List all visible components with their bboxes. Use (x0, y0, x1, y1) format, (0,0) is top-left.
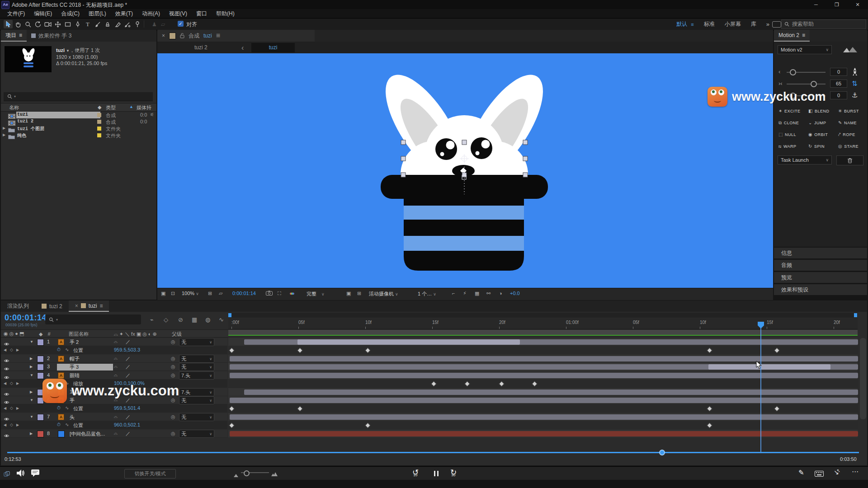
keyframe-nav-next-icon[interactable]: ▶ (16, 381, 19, 385)
shy-switch-icon[interactable]: ⌓ (114, 372, 118, 378)
slider-chevron-icon[interactable]: ›‹ (778, 80, 783, 87)
brush-tool[interactable] (93, 20, 102, 28)
subtab-tuzi2[interactable]: tuzi 2 (194, 44, 208, 51)
motion-slider-thumb[interactable] (790, 69, 796, 75)
rocket-icon[interactable] (852, 68, 858, 79)
property-name[interactable]: 位置 (73, 405, 83, 412)
workspace-menu-icon[interactable]: ≡ (691, 22, 693, 27)
keyframe-icon[interactable] (464, 381, 470, 387)
layer-duration-bar[interactable] (230, 431, 858, 436)
camera-select[interactable]: 活动摄像机 ∨ (369, 291, 398, 297)
layer-label-swatch[interactable] (37, 339, 44, 346)
keyframe-nav-prev-icon[interactable]: ◀ (4, 406, 6, 410)
parent-pickwhip-icon[interactable]: ◎ (171, 372, 175, 378)
tab-close-icon[interactable]: × (75, 303, 78, 309)
channel-icon[interactable]: ●●● (289, 291, 295, 296)
quality-switch-icon[interactable]: ／ (126, 414, 130, 420)
layer-duration-bar[interactable] (230, 373, 858, 378)
link-icon[interactable] (4, 470, 10, 476)
timeline-search-box[interactable]: ▾ (45, 314, 141, 324)
slider-value-field[interactable]: 65 (830, 80, 847, 88)
mountain-icon[interactable] (837, 45, 863, 54)
stopwatch-icon[interactable]: ⏱ (57, 422, 61, 427)
keyframe-nav-prev-icon[interactable]: ◀ (4, 381, 6, 385)
keyframe-nav-set-icon[interactable]: ◇ (10, 347, 13, 352)
eraser-tool[interactable] (113, 20, 122, 28)
keyboard-icon[interactable] (815, 470, 824, 479)
transparency-grid-icon[interactable]: ⊞ (357, 291, 361, 296)
layer-row[interactable]: ▶8[中间色品蓝色...⌓／◎无∨ (1, 430, 867, 438)
panel-menu-icon[interactable]: ≡ (19, 32, 22, 38)
layer-label-swatch[interactable] (37, 414, 44, 421)
layer-name[interactable]: 手 2 (68, 339, 80, 346)
snapshot-icon[interactable] (266, 291, 273, 296)
expand-arrow-icon[interactable]: ▶ (30, 357, 33, 361)
slider-value-field[interactable]: 0 (830, 68, 847, 76)
layer-row[interactable]: ▼1A手 2⌓／◎无∨ (1, 338, 867, 346)
tab-effect-controls[interactable]: 效果控件 手 3 (27, 30, 76, 42)
grid-guides-icon[interactable]: ⊞ (208, 291, 212, 296)
project-table-header[interactable]: 名称 ◆ 类型 ▲ 媒体持 (1, 103, 156, 112)
tab-close-icon[interactable]: × (162, 33, 165, 39)
unlock-icon[interactable] (180, 33, 184, 38)
layer-name[interactable]: 帽子 (68, 356, 81, 362)
layer-duration-bar[interactable] (244, 389, 858, 395)
keyframe-icon[interactable] (707, 347, 712, 353)
timeline-zoom-slider[interactable] (241, 472, 269, 473)
resolution-select[interactable]: 完整 ∨ (307, 291, 325, 297)
panel-header-1[interactable]: 音频 (774, 260, 867, 271)
layer-name[interactable]: 眼睛 (68, 372, 81, 379)
motion-button-clone[interactable]: ⧉CLONE (778, 120, 799, 126)
property-value[interactable]: 959.5,503.3 (114, 347, 140, 352)
menu-item-8[interactable]: 帮助(H) (212, 9, 239, 18)
keyframe-icon[interactable] (229, 406, 235, 412)
stopwatch-icon[interactable]: ⏱ (57, 347, 61, 352)
menu-item-6[interactable]: 视图(V) (165, 9, 192, 18)
timeline-button-icon[interactable]: ▦ (475, 291, 479, 296)
keyframe-icon[interactable] (774, 347, 780, 353)
zoom-tool[interactable] (24, 20, 33, 28)
updown-arrows-icon[interactable]: ⇅ (852, 80, 858, 88)
quality-switch-icon[interactable]: ／ (126, 339, 130, 345)
nav-start-handle[interactable] (228, 313, 231, 317)
menu-item-4[interactable]: 效果(T) (111, 9, 137, 18)
panel-menu-icon[interactable]: ≡ (802, 32, 805, 38)
layer-row[interactable]: ▶2A帽子⌓／◎无∨ (1, 355, 867, 363)
draft-3d-icon[interactable]: ◇ (164, 316, 168, 323)
keyframe-icon[interactable] (229, 347, 235, 353)
keyframe-icon[interactable] (532, 381, 538, 387)
nav-end-handle[interactable] (854, 313, 857, 317)
exposure-reset-icon[interactable]: ◑ (499, 291, 502, 296)
anchor-icon[interactable]: ⚓ (852, 91, 858, 99)
property-value[interactable]: 959.5,501.4 (114, 405, 140, 411)
close-button[interactable]: ✕ (847, 0, 868, 9)
rectangle-tool[interactable] (63, 20, 72, 28)
camera-tool[interactable] (43, 20, 52, 28)
keyframe-icon[interactable] (297, 406, 303, 412)
primary-viewer-icon[interactable]: ⊡ (171, 291, 175, 296)
zoom-in-mountain-icon[interactable] (271, 470, 278, 478)
parent-select[interactable]: 7.头∨ (179, 388, 214, 396)
layer-row[interactable]: ▶3A手 3⌓／◎无∨ (1, 363, 867, 371)
view-layout-select[interactable]: 1 个… ∨ (418, 291, 436, 297)
expand-arrow-icon[interactable]: ▶ (3, 133, 5, 137)
menu-item-7[interactable]: 窗口 (192, 9, 212, 18)
layer-label-swatch[interactable] (37, 364, 44, 371)
keyframe-icon[interactable] (365, 347, 371, 353)
property-value[interactable]: 960.0,502.1 (114, 422, 140, 427)
motion-button-rope[interactable]: ⤤ROPE (838, 132, 855, 137)
current-time-indicator-line[interactable] (760, 322, 761, 453)
show-snapshot-icon[interactable]: ⛶ (278, 291, 281, 296)
timeline-tab-0[interactable]: 渲染队列 (1, 300, 35, 312)
motion-button-spin[interactable]: ↻SPIN (808, 144, 825, 149)
motion-button-burst[interactable]: ✳BURST (838, 108, 859, 113)
roi-icon[interactable]: ▣ (346, 291, 351, 296)
keyframe-nav-set-icon[interactable]: ◇ (10, 381, 13, 385)
motion-button-null[interactable]: ⬚NULL (778, 132, 796, 137)
pan-behind-tool[interactable] (53, 20, 62, 28)
subtab-back-icon[interactable]: ‹ (241, 44, 244, 52)
panel-header-0[interactable]: 信息 (774, 248, 867, 258)
parent-select[interactable]: 7.头∨ (179, 371, 214, 380)
expand-arrow-icon[interactable]: ▼ (30, 415, 33, 419)
keyframe-icon[interactable] (229, 422, 235, 428)
